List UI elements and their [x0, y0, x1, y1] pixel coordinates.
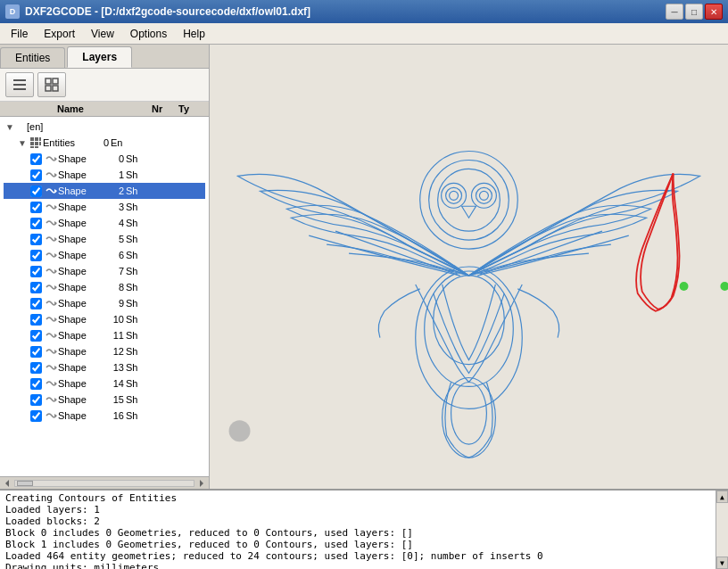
shape-icon-4 [44, 216, 58, 230]
shape-row-8[interactable]: Shape8Sh [4, 279, 205, 295]
shape-checkbox-9[interactable] [30, 298, 42, 309]
status-line-0: Creating Contours of Entities [5, 492, 723, 504]
status-lines: Creating Contours of EntitiesLoaded laye… [5, 492, 723, 569]
entities-grid-icon [29, 136, 43, 150]
entities-expand-icon[interactable]: ▼ [18, 138, 29, 148]
shape-nr-1: 1 [104, 169, 124, 180]
expand-all-button[interactable] [37, 72, 66, 97]
shape-checkbox-6[interactable] [30, 250, 42, 261]
shape-checkbox-8[interactable] [30, 282, 42, 293]
tab-layers[interactable]: Layers [67, 46, 132, 68]
shape-row-14[interactable]: Shape14Sh [4, 375, 205, 392]
close-button[interactable]: ✕ [705, 4, 723, 20]
scroll-up-arrow[interactable]: ▲ [716, 491, 728, 503]
svg-rect-5 [46, 86, 51, 91]
shape-ty-13: Sh [126, 362, 149, 373]
shape-nr-9: 9 [104, 298, 124, 309]
shape-ty-14: Sh [126, 378, 149, 389]
shape-ty-7: Sh [126, 266, 149, 276]
tree-toolbar [0, 69, 209, 102]
shape-checkbox-12[interactable] [30, 346, 42, 358]
shape-nr-15: 15 [104, 394, 124, 405]
shape-row-5[interactable]: Shape5Sh [4, 231, 205, 247]
shape-row-16[interactable]: Shape16Sh [4, 408, 205, 424]
entities-label: Entities [43, 137, 89, 148]
shape-row-3[interactable]: Shape3Sh [4, 199, 205, 215]
shape-checkbox-10[interactable] [30, 314, 42, 326]
shape-icon-15 [44, 392, 58, 407]
shape-nr-10: 10 [104, 314, 124, 325]
shape-row-4[interactable]: Shape4Sh [4, 215, 205, 231]
shape-ty-12: Sh [126, 346, 149, 357]
start-point-1 [680, 282, 689, 291]
menu-options[interactable]: Options [123, 26, 174, 42]
shape-checkbox-16[interactable] [30, 410, 42, 422]
shape-icon-11 [44, 328, 58, 342]
shape-label-4: Shape [58, 218, 104, 228]
shape-checkbox-13[interactable] [30, 362, 42, 374]
scroll-down-arrow[interactable]: ▼ [716, 557, 728, 569]
shape-checkbox-7[interactable] [30, 266, 42, 277]
scroll-right-icon[interactable] [196, 478, 207, 489]
shape-ty-6: Sh [126, 250, 149, 260]
shape-label-9: Shape [58, 298, 104, 309]
shape-checkbox-11[interactable] [30, 330, 42, 342]
shape-row-10[interactable]: Shape10Sh [4, 311, 205, 327]
shape-row-0[interactable]: Shape0Sh [4, 151, 205, 167]
shape-checkbox-15[interactable] [30, 394, 42, 406]
scroll-indicator [229, 420, 251, 441]
shape-nr-12: 12 [104, 346, 124, 357]
shape-nr-16: 16 [104, 410, 124, 421]
shape-nr-13: 13 [104, 362, 124, 373]
svg-rect-10 [30, 142, 34, 145]
expand-arrow-icon[interactable]: ▼ [5, 122, 16, 132]
menu-export[interactable]: Export [37, 26, 82, 42]
shape-row-12[interactable]: Shape12Sh [4, 343, 205, 359]
menu-help[interactable]: Help [176, 26, 212, 42]
menu-file[interactable]: File [4, 26, 35, 42]
shape-row-7[interactable]: Shape7Sh [4, 263, 205, 279]
shape-label-5: Shape [58, 234, 104, 244]
shape-checkbox-5[interactable] [30, 234, 42, 245]
tree-container[interactable]: ▼ [en] ▼ [0, 117, 209, 476]
shape-row-6[interactable]: Shape6Sh [4, 247, 205, 263]
scroll-left-icon[interactable] [2, 478, 12, 489]
shape-row-15[interactable]: Shape15Sh [4, 392, 205, 408]
shape-row-2[interactable]: Shape2Sh [4, 183, 205, 199]
shape-checkbox-3[interactable] [30, 202, 42, 213]
maximize-button[interactable]: □ [685, 4, 703, 20]
shape-row-11[interactable]: Shape11Sh [4, 327, 205, 343]
shape-nr-5: 5 [104, 234, 124, 244]
svg-rect-7 [30, 137, 34, 141]
shape-checkbox-1[interactable] [30, 169, 42, 181]
shape-checkbox-2[interactable] [30, 186, 42, 197]
status-scrollbar[interactable]: ▲ ▼ [716, 491, 728, 569]
shape-nr-11: 11 [104, 330, 124, 341]
shape-row-9[interactable]: Shape9Sh [4, 295, 205, 311]
tree-root-row: ▼ [en] ▼ [0, 117, 209, 425]
entities-row[interactable]: ▼ Entities 0 [4, 135, 205, 151]
status-line-1: Loaded layers: 1 [5, 504, 723, 515]
minimize-button[interactable]: ─ [666, 4, 683, 20]
shape-checkbox-4[interactable] [30, 218, 42, 229]
shape-checkbox-0[interactable] [30, 153, 42, 165]
shape-row-13[interactable]: Shape13Sh [4, 359, 205, 375]
menu-bar: File Export View Options Help [0, 23, 728, 45]
shape-label-8: Shape [58, 282, 104, 293]
shape-checkbox-14[interactable] [30, 378, 42, 390]
shape-icon-16 [44, 408, 58, 423]
shape-icon-0 [44, 152, 58, 166]
tab-entities[interactable]: Entities [0, 47, 65, 68]
shape-nr-8: 8 [104, 282, 124, 293]
collapse-all-button[interactable] [5, 72, 34, 97]
horizontal-scrollbar[interactable] [0, 476, 209, 489]
shape-ty-2: Sh [126, 186, 149, 196]
status-line-4: Block 1 includes 0 Geometries, reduced t… [5, 539, 723, 550]
shape-icon-12 [44, 344, 58, 359]
shape-nr-7: 7 [104, 266, 124, 276]
shape-row-1[interactable]: Shape1Sh [4, 167, 205, 183]
shape-label-2: Shape [58, 186, 104, 196]
tab-bar: Entities Layers [0, 45, 209, 69]
app-icon: D [5, 4, 20, 19]
menu-view[interactable]: View [84, 26, 121, 42]
